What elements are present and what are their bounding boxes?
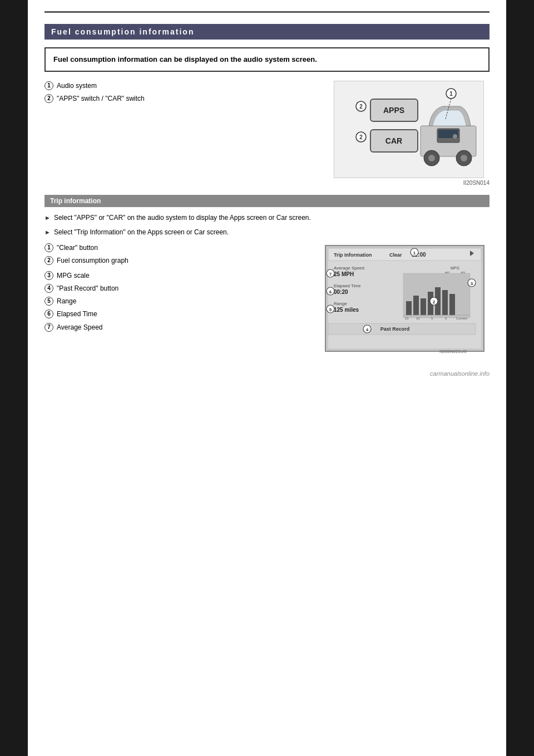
trip-title: Trip information (50, 197, 101, 205)
trip-text-1: "Clear" button (57, 243, 98, 253)
trip-item-6: 6 Elapsed Time (44, 309, 312, 320)
svg-text:2: 2 (433, 300, 436, 305)
svg-point-13 (428, 155, 435, 161)
svg-text:Current: Current (456, 317, 467, 320)
circle-num-1: 1 (44, 81, 53, 90)
trip-text-2: Fuel consumption graph (57, 256, 128, 266)
svg-text:125 miles: 125 miles (334, 307, 359, 313)
svg-text:MPG: MPG (451, 266, 459, 270)
bottom-watermark: carmanualsonline.info (44, 370, 490, 377)
svg-text:Elapsed Time: Elapsed Time (334, 283, 361, 288)
second-text-column: 1 "Clear" button 2 Fuel consumption grap… (44, 243, 312, 359)
image-label-1: II20SN014 (334, 180, 490, 186)
svg-text:Average Speed: Average Speed (334, 266, 364, 271)
trip-circle-6: 6 (44, 310, 53, 318)
svg-text:5: 5 (329, 307, 332, 312)
trip-circle-4: 4 (44, 284, 53, 293)
second-content-area: 1 "Clear" button 2 Fuel consumption grap… (44, 243, 490, 359)
trip-circle-5: 5 (44, 297, 53, 306)
trip-circle-1: 1 (44, 243, 53, 252)
car-image: 2 APPS 2 CAR 1 (334, 81, 484, 178)
svg-text:CAR: CAR (385, 136, 402, 145)
svg-text:Clear: Clear (389, 252, 402, 258)
trip-text-5: Range (57, 296, 76, 307)
numbered-item-1: 1 Audio system (44, 81, 323, 91)
svg-text:APPS: APPS (383, 106, 404, 115)
trip-item-4: 4 "Past Record" button (44, 283, 312, 294)
info-box: Fuel consumption information can be disp… (44, 47, 490, 72)
trip-item-3: 3 MPG scale (44, 271, 312, 281)
svg-rect-43 (421, 298, 426, 315)
svg-rect-46 (442, 290, 448, 315)
bullet-item-2: ► Select "Trip Information" on the Apps … (44, 227, 490, 237)
svg-text:1: 1 (449, 91, 453, 97)
svg-text:Range: Range (334, 301, 347, 306)
svg-text:Past Record: Past Record (380, 326, 410, 332)
bullet-item-1: ► Select "APPS" or "CAR" on the audio sy… (44, 213, 490, 223)
image-id-1: II20SN014 (463, 180, 490, 186)
item-1-text: Audio system (57, 81, 97, 91)
watermark-text: carmanualsonline.info (430, 370, 490, 377)
svg-rect-41 (406, 301, 412, 315)
svg-text:7: 7 (329, 272, 332, 277)
svg-text:00:20: 00:20 (334, 289, 348, 295)
trip-item-1: 1 "Clear" button (44, 243, 312, 253)
svg-point-18 (453, 134, 457, 139)
bullet-icon-2: ► (44, 228, 51, 237)
section-header: Fuel consumption information (44, 24, 490, 40)
trip-item-7: 7 Average Speed (44, 322, 312, 333)
bullet-icon-1: ► (44, 213, 51, 223)
car-illustration: 2 APPS 2 CAR 1 (334, 81, 484, 178)
svg-point-15 (461, 155, 467, 161)
circle-num-2: 2 (44, 94, 53, 103)
text-column: 1 Audio system 2 "APPS" switch / "CAR" s… (44, 81, 323, 186)
top-border (44, 11, 490, 13)
svg-text:10: 10 (416, 317, 420, 320)
trip-screen-image: Trip Information Clear 12:00 1 Average S… (323, 243, 487, 357)
svg-rect-42 (413, 296, 419, 315)
svg-text:6: 6 (329, 289, 332, 294)
trip-section-header: Trip information (44, 195, 490, 207)
svg-text:2: 2 (359, 104, 363, 110)
second-image-area: Trip Information Clear 12:00 1 Average S… (323, 243, 490, 359)
trip-text-4: "Past Record" button (57, 283, 118, 294)
trip-circle-2: 2 (44, 256, 53, 265)
bullet-text-1: Select "APPS" or "CAR" on the audio syst… (54, 213, 311, 223)
svg-text:25 MPH: 25 MPH (334, 271, 354, 277)
trip-text-7: Average Speed (57, 322, 103, 333)
trip-text-6: Elapsed Time (57, 309, 97, 320)
trip-text-3: MPG scale (57, 271, 90, 281)
item-2-text: "APPS" switch / "CAR" switch (57, 94, 145, 104)
trip-circle-3: 3 (44, 271, 53, 280)
svg-rect-47 (449, 294, 455, 315)
svg-text:2: 2 (359, 134, 363, 140)
image-area-1: 2 APPS 2 CAR 1 (334, 81, 490, 186)
trip-circle-7: 7 (44, 323, 53, 332)
trip-item-2: 2 Fuel consumption graph (44, 256, 312, 266)
content-area: 1 Audio system 2 "APPS" switch / "CAR" s… (44, 81, 490, 186)
svg-text:II20SN021US: II20SN021US (439, 349, 467, 354)
svg-text:1: 1 (413, 251, 416, 256)
svg-text:Trip Information: Trip Information (334, 252, 372, 258)
numbered-item-2: 2 "APPS" switch / "CAR" switch (44, 94, 323, 104)
svg-text:4: 4 (366, 327, 369, 332)
svg-text:3: 3 (471, 281, 473, 286)
intro-text: Fuel consumption information can be disp… (53, 55, 317, 63)
bullet-text-2: Select "Trip Information" on the Apps sc… (54, 227, 229, 237)
section-title: Fuel consumption information (51, 27, 194, 36)
trip-item-5: 5 Range (44, 296, 312, 307)
svg-text:15: 15 (405, 317, 409, 320)
page: Fuel consumption information Fuel consum… (28, 0, 506, 756)
